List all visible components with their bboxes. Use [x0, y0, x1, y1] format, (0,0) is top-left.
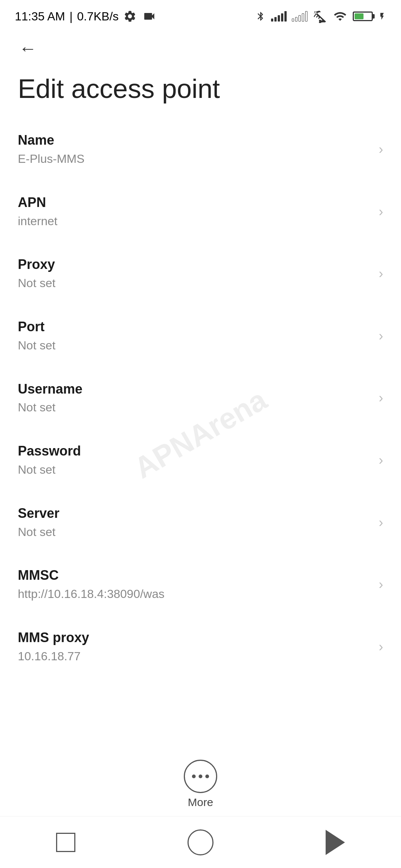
recent-apps-button[interactable]: [56, 833, 75, 852]
status-right: [255, 10, 386, 23]
settings-icon: [123, 10, 137, 23]
more-button[interactable]: [184, 760, 217, 793]
setting-content-mms-proxy: MMS proxy 10.16.18.77: [18, 629, 371, 665]
setting-label-name: Name: [18, 132, 371, 149]
setting-value-proxy: Not set: [18, 275, 371, 292]
chevron-right-icon: ›: [379, 390, 383, 406]
settings-list: Name E-Plus-MMS › APN internet › Proxy N…: [0, 118, 401, 752]
wifi-off-icon: [313, 10, 327, 23]
chevron-right-icon: ›: [379, 266, 383, 282]
setting-label-username: Username: [18, 381, 371, 398]
battery-indicator: [353, 11, 373, 21]
setting-item-mmsc[interactable]: MMSC http://10.16.18.4:38090/was ›: [0, 553, 401, 616]
page-title-text: Edit access point: [18, 74, 383, 103]
setting-item-username[interactable]: Username Not set ›: [0, 367, 401, 430]
setting-value-mmsc: http://10.16.18.4:38090/was: [18, 586, 371, 602]
home-button[interactable]: [188, 829, 213, 855]
chevron-right-icon: ›: [379, 453, 383, 468]
more-label: More: [188, 796, 213, 809]
setting-value-server: Not set: [18, 524, 371, 540]
setting-content-mmsc: MMSC http://10.16.18.4:38090/was: [18, 567, 371, 602]
status-left: 11:35 AM | 0.7KB/s: [15, 10, 157, 23]
setting-content-password: Password Not set: [18, 443, 371, 478]
chevron-right-icon: ›: [379, 515, 383, 530]
chevron-right-icon: ›: [379, 639, 383, 655]
setting-value-port: Not set: [18, 337, 371, 354]
setting-value-apn: internet: [18, 213, 371, 230]
bluetooth-icon: [255, 10, 266, 23]
camera-icon: [141, 10, 157, 23]
setting-label-mms-proxy: MMS proxy: [18, 629, 371, 647]
signal-bars-1: [271, 11, 287, 22]
setting-label-proxy: Proxy: [18, 256, 371, 273]
circle-icon: [188, 829, 213, 855]
setting-content-proxy: Proxy Not set: [18, 256, 371, 292]
chevron-right-icon: ›: [379, 577, 383, 592]
setting-item-password[interactable]: Password Not set ›: [0, 429, 401, 491]
setting-label-password: Password: [18, 443, 371, 460]
chevron-right-icon: ›: [379, 142, 383, 157]
back-arrow-icon: [19, 39, 37, 57]
setting-label-apn: APN: [18, 194, 371, 211]
more-section[interactable]: More: [184, 760, 217, 809]
setting-label-server: Server: [18, 505, 371, 522]
setting-item-apn[interactable]: APN internet ›: [0, 181, 401, 243]
page-header: Edit access point: [0, 67, 401, 118]
setting-content-apn: APN internet: [18, 194, 371, 230]
setting-content-port: Port Not set: [18, 318, 371, 354]
setting-item-port[interactable]: Port Not set ›: [0, 305, 401, 367]
back-nav-button[interactable]: [326, 830, 345, 855]
setting-value-name: E-Plus-MMS: [18, 151, 371, 167]
navigation-bar: [0, 30, 401, 67]
setting-value-password: Not set: [18, 461, 371, 478]
chevron-right-icon: ›: [379, 328, 383, 344]
charging-icon: [378, 10, 386, 23]
chevron-right-icon: ›: [379, 204, 383, 220]
setting-label-mmsc: MMSC: [18, 567, 371, 584]
separator: |: [69, 10, 72, 23]
setting-content-username: Username Not set: [18, 381, 371, 416]
more-dots-icon: [192, 775, 209, 778]
setting-value-username: Not set: [18, 399, 371, 416]
bottom-navigation: [0, 816, 401, 868]
back-button[interactable]: [15, 35, 41, 61]
wifi-icon: [333, 10, 348, 23]
status-bar: 11:35 AM | 0.7KB/s: [0, 0, 401, 30]
signal-bars-2: [292, 11, 307, 22]
setting-item-name[interactable]: Name E-Plus-MMS ›: [0, 118, 401, 181]
speed-display: 0.7KB/s: [77, 10, 119, 23]
setting-value-mms-proxy: 10.16.18.77: [18, 648, 371, 665]
setting-item-mms-proxy[interactable]: MMS proxy 10.16.18.77 ›: [0, 616, 401, 678]
time-display: 11:35 AM: [15, 10, 65, 23]
setting-content-server: Server Not set: [18, 505, 371, 540]
square-icon: [56, 833, 75, 852]
setting-item-server[interactable]: Server Not set ›: [0, 491, 401, 554]
triangle-icon: [326, 830, 345, 855]
setting-content-name: Name E-Plus-MMS: [18, 132, 371, 167]
setting-item-proxy[interactable]: Proxy Not set ›: [0, 243, 401, 305]
setting-label-port: Port: [18, 318, 371, 336]
